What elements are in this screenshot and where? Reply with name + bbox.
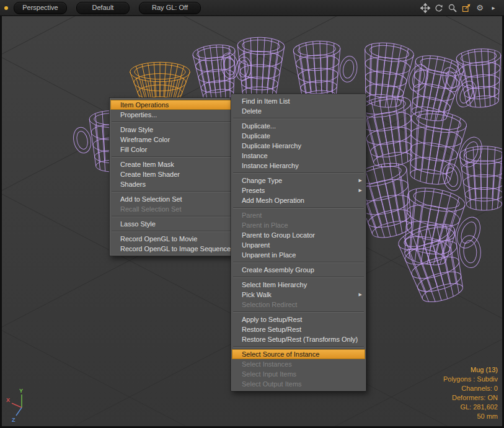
menu-separator <box>233 207 364 208</box>
menu-item-label: Selection Redirect <box>242 301 297 308</box>
item-operations-submenu: Find in Item ListDeleteDuplicate...Dupli… <box>231 94 366 391</box>
menu-item-record-opengl-to-movie[interactable]: Record OpenGL to Movie <box>110 234 232 244</box>
menu-item-draw-style[interactable]: Draw Style <box>110 125 232 135</box>
menu-item-label: Create Item Mask <box>120 161 174 168</box>
axis-gizmo: Y X Z <box>6 386 38 424</box>
perspective-dropdown[interactable]: Perspective <box>14 2 67 14</box>
menu-item-label: Restore Setup/Rest <box>242 326 301 333</box>
menu-item-label: Add to Selection Set <box>120 195 182 203</box>
menu-item-parent: Parent <box>232 210 365 220</box>
menu-item-label: Record OpenGL to Image Sequence <box>120 245 231 252</box>
rotate-icon[interactable] <box>433 2 444 14</box>
menu-item-create-item-shader[interactable]: Create Item Shader <box>110 169 232 179</box>
menu-item-label: Unparent <box>242 241 270 249</box>
menu-item-label: Instance Hierarchy <box>242 162 299 169</box>
menu-item-label: Properties... <box>120 111 157 118</box>
menu-item-label: Apply to Setup/Rest <box>242 316 302 323</box>
menu-item-label: Duplicate... <box>242 122 276 130</box>
menu-separator <box>112 122 231 123</box>
menu-separator <box>233 346 364 347</box>
menu-item-duplicate[interactable]: Duplicate... <box>232 121 365 131</box>
menu-item-select-output-items: Select Output Items <box>232 379 365 389</box>
flyout-arrow-icon[interactable]: ▸ <box>488 2 499 14</box>
menu-item-presets[interactable]: Presets▶ <box>232 185 365 195</box>
menu-separator <box>233 118 364 119</box>
menu-item-select-item-hierarchy[interactable]: Select Item Hierarchy <box>232 280 365 290</box>
menu-item-create-item-mask[interactable]: Create Item Mask <box>110 159 232 169</box>
menu-item-pick-walk[interactable]: Pick Walk▶ <box>232 290 365 300</box>
menu-item-label: Add Mesh Operation <box>242 197 304 204</box>
submenu-arrow-icon: ▶ <box>359 185 362 195</box>
menu-item-select-source-of-instance[interactable]: Select Source of Instance <box>232 349 365 359</box>
menu-item-label: Create Assembly Group <box>242 266 314 274</box>
menu-item-instance-hierarchy[interactable]: Instance Hierarchy <box>232 161 365 171</box>
wireframe-mug <box>358 40 434 112</box>
menu-item-item-operations[interactable]: Item Operations <box>110 100 232 110</box>
viewport-toolbar: Perspective Default Ray GL: Off <box>0 0 504 16</box>
menu-item-parent-to-group-locator[interactable]: Parent to Group Locator <box>232 230 365 240</box>
axis-label-y: Y <box>19 388 23 394</box>
menu-item-label: Parent <box>242 212 262 219</box>
menu-item-label: Record OpenGL to Movie <box>120 235 197 243</box>
menu-item-record-opengl-to-image-sequence[interactable]: Record OpenGL to Image Sequence <box>110 244 232 254</box>
shading-default-dropdown[interactable]: Default <box>76 2 130 14</box>
menu-item-restore-setup-rest-transforms-only[interactable]: Restore Setup/Rest (Transforms Only) <box>232 334 365 344</box>
menu-separator <box>233 172 364 174</box>
menu-separator <box>112 231 231 232</box>
menu-item-create-assembly-group[interactable]: Create Assembly Group <box>232 265 365 275</box>
menu-item-label: Draw Style <box>120 126 153 133</box>
menu-item-recall-selection-set: Recall Selection Set <box>110 204 232 214</box>
menu-item-label: Wireframe Color <box>120 136 170 143</box>
menu-item-wireframe-color[interactable]: Wireframe Color <box>110 135 232 145</box>
menu-separator <box>112 191 231 192</box>
menu-item-select-instances: Select Instances <box>232 359 365 369</box>
menu-item-unparent[interactable]: Unparent <box>232 240 365 250</box>
menu-item-label: Create Item Shader <box>120 171 180 178</box>
menu-item-label: Unparent in Place <box>242 251 296 259</box>
menu-item-unparent-in-place[interactable]: Unparent in Place <box>232 250 365 260</box>
axis-label-x: X <box>6 397 10 403</box>
application-window: Perspective Default Ray GL: Off <box>0 0 504 428</box>
menu-item-label: Presets <box>242 187 265 194</box>
menu-item-add-to-selection-set[interactable]: Add to Selection Set <box>110 194 232 204</box>
menu-item-shaders[interactable]: Shaders <box>110 179 232 189</box>
gear-icon[interactable]: ⚙ <box>474 2 485 14</box>
menu-item-find-in-item-list[interactable]: Find in Item List <box>232 96 365 106</box>
status-gl-count: GL: 281,602 <box>443 403 498 412</box>
menu-item-label: Change Type <box>242 177 282 184</box>
menu-item-label: Lasso Style <box>120 220 156 228</box>
menu-item-delete[interactable]: Delete <box>232 106 365 116</box>
menu-item-label: Select Source of Instance <box>242 350 319 358</box>
menu-item-apply-to-setup-rest[interactable]: Apply to Setup/Rest <box>232 314 365 324</box>
pan-icon[interactable] <box>420 2 431 14</box>
menu-item-duplicate-hierarchy[interactable]: Duplicate Hierarchy <box>232 141 365 151</box>
menu-item-fill-color[interactable]: Fill Color <box>110 145 232 154</box>
menu-item-instance[interactable]: Instance <box>232 151 365 161</box>
menu-item-restore-setup-rest[interactable]: Restore Setup/Rest <box>232 324 365 334</box>
status-readout: Mug (13) Polygons : Subdiv Channels: 0 D… <box>443 365 498 421</box>
menu-item-label: Find in Item List <box>242 97 290 105</box>
status-deformers: Deformers: ON <box>443 393 498 403</box>
menu-item-label: Duplicate <box>242 132 270 140</box>
menu-item-select-input-items: Select Input Items <box>232 369 365 379</box>
zoom-icon[interactable] <box>447 2 458 14</box>
menu-item-label: Restore Setup/Rest (Transforms Only) <box>242 336 358 343</box>
menu-item-label: Fill Color <box>120 146 147 153</box>
menu-item-duplicate[interactable]: Duplicate <box>232 131 365 141</box>
menu-item-parent-in-place: Parent in Place <box>232 220 365 230</box>
submenu-arrow-icon: ▶ <box>359 290 362 300</box>
menu-item-selection-redirect: Selection Redirect <box>232 300 365 310</box>
status-channels: Channels: 0 <box>443 384 498 393</box>
menu-separator <box>112 156 231 158</box>
menu-item-properties[interactable]: Properties... <box>110 110 232 120</box>
menu-item-label: Duplicate Hierarchy <box>242 142 301 149</box>
menu-item-label: Select Input Items <box>242 370 296 378</box>
menu-item-add-mesh-operation[interactable]: Add Mesh Operation <box>232 195 365 205</box>
menu-item-label: Recall Selection Set <box>120 205 181 213</box>
menu-item-lasso-style[interactable]: Lasso Style <box>110 219 232 229</box>
raygl-dropdown[interactable]: Ray GL: Off <box>139 2 201 14</box>
menu-item-change-type[interactable]: Change Type▶ <box>232 176 365 185</box>
maximize-icon[interactable] <box>461 2 472 14</box>
toolbar-icon-group: ⚙ ▸ <box>420 2 504 14</box>
menu-item-label: Item Operations <box>120 101 169 109</box>
